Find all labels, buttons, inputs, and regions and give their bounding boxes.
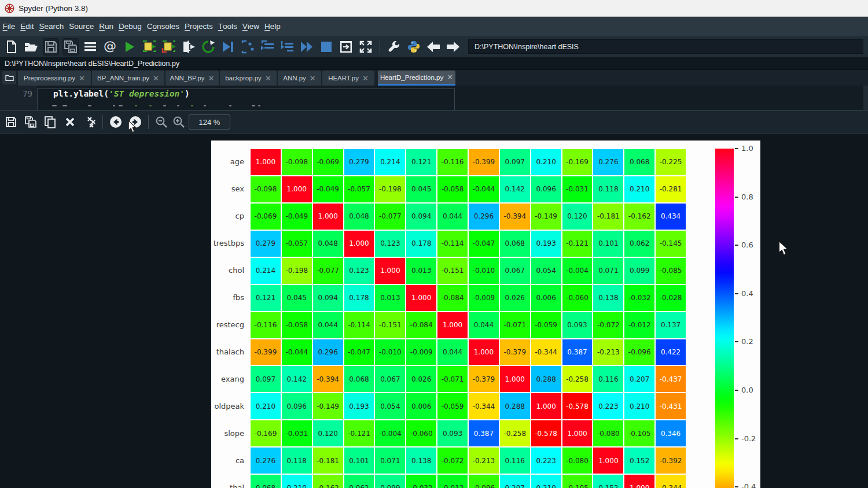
menu-item-projects[interactable]: Projects (182, 17, 216, 36)
menu-item-view[interactable]: View (240, 17, 262, 36)
menu-item-debug[interactable]: Debug (116, 17, 144, 36)
tab-close-icon[interactable]: ✕ (153, 75, 159, 82)
run-file-icon[interactable] (122, 38, 138, 56)
file-switcher-icon[interactable] (82, 38, 98, 56)
heatmap-cell: 0.006 (531, 285, 561, 311)
editor-tab-heartd_prediction-py[interactable]: HeartD_Prediction.py✕ (378, 71, 455, 86)
preferences-icon[interactable] (386, 38, 402, 56)
heatmap-cell: -0.379 (469, 366, 499, 392)
run-cell-advance-icon[interactable] (161, 38, 177, 56)
editor-tab-ann_bp-py[interactable]: ANN_BP.py✕ (165, 71, 219, 86)
heatmap-cell: 0.094 (406, 204, 436, 230)
colorbar-tick (735, 341, 738, 342)
tab-close-icon[interactable]: ✕ (79, 75, 85, 82)
heatmap-cell: -0.098 (251, 176, 281, 202)
editor-tab-preprocessing-py[interactable]: Preprocessing.py✕ (18, 71, 91, 86)
heatmap-cell: 0.207 (500, 475, 530, 488)
save-plot-icon[interactable] (3, 114, 19, 130)
colorbar-tick (735, 245, 738, 246)
zoom-in-icon[interactable] (171, 114, 186, 130)
heatmap-cell: 1.000 (251, 149, 281, 175)
tab-close-icon[interactable]: ✕ (265, 75, 271, 82)
heatmap-cell: 0.279 (251, 231, 281, 257)
heatmap-cell: -0.049 (282, 204, 312, 230)
editor-tab-heart-py[interactable]: HEART.py✕ (322, 71, 374, 86)
menu-item-edit[interactable]: Edit (18, 17, 36, 36)
save-all-plots-icon[interactable] (23, 114, 38, 130)
heatmap-cell: 1.000 (375, 258, 405, 284)
heatmap-cell: -0.213 (469, 448, 499, 474)
mouse-cursor (778, 241, 790, 257)
back-icon[interactable] (425, 38, 442, 56)
step-into-icon[interactable] (279, 38, 295, 56)
editor-tab-bp_ann_train-py[interactable]: BP_ANN_train.py✕ (92, 71, 164, 86)
heatmap-cell: -0.392 (656, 448, 686, 474)
heatmap-cell: 0.067 (375, 366, 405, 392)
heatmap-cell: 0.276 (251, 448, 281, 474)
menu-item-source[interactable]: Source (67, 17, 97, 36)
zoom-out-icon[interactable] (154, 114, 169, 130)
close-plot-icon[interactable] (62, 114, 78, 130)
menu-item-run[interactable]: Run (97, 17, 116, 36)
working-directory-input[interactable]: D:\PYTHON\Inspire\heart dESIS (468, 39, 863, 54)
heatmap-cell: -0.225 (656, 149, 686, 175)
heatmap-cell: -0.162 (313, 475, 343, 488)
code-editor[interactable]: 79 plt.ylabel('ST depression') (0, 86, 868, 110)
heatmap-cell: 0.045 (282, 285, 312, 311)
menu-item-help[interactable]: Help (262, 17, 284, 36)
debug-cell-icon[interactable] (240, 38, 256, 56)
copy-plot-icon[interactable] (43, 114, 58, 130)
heatmap-cell: -0.344 (656, 475, 686, 488)
menu-item-consoles[interactable]: Consoles (144, 17, 182, 36)
previous-plot-icon[interactable] (108, 114, 123, 130)
heatmap-cell: -0.032 (624, 285, 654, 311)
tab-close-icon[interactable]: ✕ (208, 75, 214, 82)
continue-execution-icon[interactable] (299, 38, 315, 56)
close-all-plots-icon[interactable] (82, 114, 97, 130)
heatmap-cell: -0.169 (251, 420, 281, 446)
fullscreen-icon[interactable] (358, 38, 374, 56)
maximize-pane-icon[interactable] (338, 38, 354, 56)
code-line[interactable]: plt.ylabel('ST depression') (53, 89, 190, 98)
heatmap-cell: -0.213 (593, 339, 623, 365)
menu-item-file[interactable]: File (0, 17, 18, 36)
menu-item-search[interactable]: Search (36, 17, 67, 36)
heatmap-cell: 0.296 (313, 339, 343, 365)
heatmap-cell: -0.060 (406, 420, 436, 446)
tab-label: ANN_BP.py (170, 75, 205, 82)
heatmap-cell: -0.072 (437, 448, 468, 474)
heatmap-cell: 0.138 (406, 448, 436, 474)
tab-close-icon[interactable]: ✕ (362, 75, 369, 82)
new-file-icon[interactable] (3, 38, 20, 56)
forward-icon[interactable] (445, 38, 461, 56)
heatmap-cell: -0.060 (562, 285, 593, 311)
heatmap-cell: 0.093 (437, 420, 468, 446)
find-symbols-icon[interactable]: @ (102, 38, 118, 56)
run-cell-icon[interactable] (141, 38, 157, 56)
menu-item-tools[interactable]: Tools (215, 17, 240, 36)
save-icon[interactable] (43, 38, 59, 56)
heatmap-cell: 0.006 (406, 393, 436, 419)
debug-file-icon[interactable] (220, 38, 236, 56)
open-file-icon[interactable] (23, 38, 39, 56)
heatmap-cell: 0.068 (500, 231, 530, 257)
heatmap-cell: 0.214 (375, 149, 405, 175)
step-over-icon[interactable] (259, 38, 275, 56)
tab-close-icon[interactable]: ✕ (447, 73, 453, 81)
editor-scrollbar[interactable] (863, 86, 868, 110)
colorbar-tick (735, 293, 738, 294)
python-path-icon[interactable] (406, 38, 422, 56)
save-all-icon[interactable] (62, 38, 79, 56)
colorbar-tick-label: -0.2 (741, 434, 756, 443)
heatmap-cell: -0.069 (313, 149, 343, 175)
browse-tabs-button[interactable] (2, 71, 16, 84)
rerun-cell-icon[interactable] (200, 38, 216, 56)
heatmap-cell: -0.010 (469, 258, 499, 284)
heatmap-cell: 0.121 (251, 285, 281, 311)
stop-debug-icon[interactable] (318, 38, 334, 56)
run-selection-icon[interactable] (181, 38, 197, 56)
zoom-level-input[interactable]: 124 % (189, 114, 230, 130)
tab-close-icon[interactable]: ✕ (310, 75, 316, 82)
editor-tab-backprop-py[interactable]: backprop.py✕ (220, 71, 277, 86)
editor-tab-ann-py[interactable]: ANN.py✕ (278, 71, 321, 86)
